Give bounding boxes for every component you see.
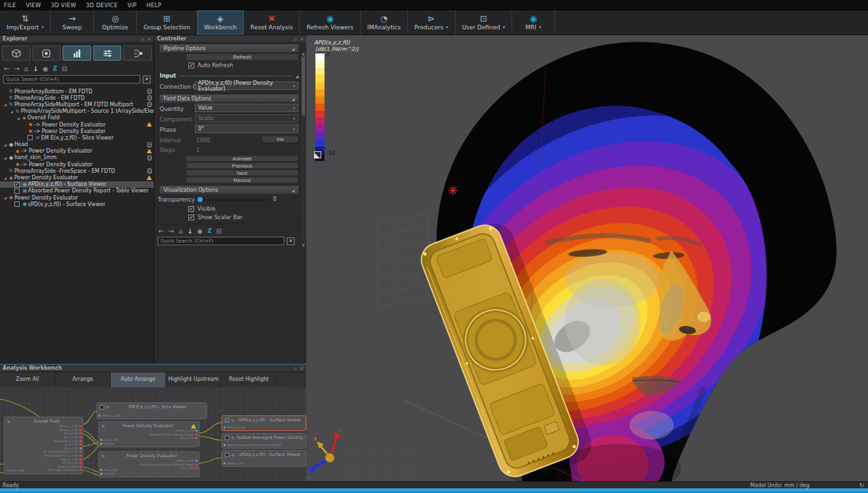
graph-node[interactable]: ↻Overall FieldEM E(x,y,z,f0)EM H(x,y,z,f… <box>4 417 83 474</box>
pin-icon[interactable]: ▫ <box>141 37 144 42</box>
animate-button[interactable]: Animate <box>186 155 298 162</box>
tree-item[interactable]: ∗-> Power Density Evaluator <box>0 161 154 168</box>
unchecked-checkbox[interactable] <box>27 135 33 140</box>
expander-icon[interactable]: ◢ <box>3 196 8 200</box>
tree-item[interactable]: ◢●hand_skin_1mm <box>0 155 154 161</box>
collapse-all-icon[interactable]: ⊟ <box>62 65 67 72</box>
show-scalar-bar-checkbox[interactable]: ✓ <box>188 215 194 220</box>
transparency-slider[interactable] <box>197 199 268 201</box>
back-icon[interactable]: ← <box>158 228 164 235</box>
toolbar-button-sweep[interactable]: ⇝Sweep <box>51 10 94 35</box>
expander-icon[interactable]: ◢ <box>3 176 8 180</box>
tree-item[interactable]: ⊕EM E(x,y,z,f0) - Slice Viewer <box>0 134 154 141</box>
controller-search-input[interactable] <box>158 237 284 245</box>
tree-item[interactable]: ✓●APD(x,y,z,f0) - Surface Viewer <box>0 181 154 188</box>
tree-item[interactable]: ↻PhoneArraySide -FreeSpace - EM FDTD <box>0 168 154 174</box>
home-icon[interactable]: ⌂ <box>24 65 28 72</box>
visualization-options-header[interactable]: Visualization Options◢ <box>160 186 298 194</box>
previous-button[interactable]: Previous <box>186 162 298 169</box>
toolbar-button-mri[interactable]: ◉MRI▾ <box>512 10 555 35</box>
workbench-button-reset-highlight[interactable]: Reset Highlight <box>222 372 277 387</box>
close-icon[interactable]: × <box>147 37 151 42</box>
node-checkbox[interactable] <box>100 405 104 410</box>
tree-item[interactable]: ◢∗Power Density Evaluator <box>0 194 154 201</box>
pin-icon[interactable]: ▫ <box>293 366 297 371</box>
menu-3d-view[interactable]: 3D VIEW <box>51 2 76 8</box>
close-icon[interactable]: × <box>300 366 304 371</box>
legend-options-icon[interactable] <box>314 151 321 158</box>
expander-icon[interactable]: ◢ <box>16 116 21 120</box>
toolbar-button-user-defined[interactable]: ⊡User Defined▾ <box>456 10 512 35</box>
tree-item[interactable]: ◢↻PhoneArraySideMultiport - EM FDTD Mult… <box>0 101 154 108</box>
expand-down-icon[interactable]: ↓ <box>33 65 38 72</box>
record-button[interactable]: Record <box>186 177 298 183</box>
sort-z-icon[interactable]: Z <box>53 65 57 72</box>
menu-vip[interactable]: ViP <box>128 2 137 8</box>
tree-item[interactable]: ▤Absorbed Power Density Report - Table V… <box>0 188 154 194</box>
node-checkbox[interactable]: ✓ <box>225 418 229 423</box>
tree-item[interactable]: ◢∗Power Density Evaluator <box>0 174 154 181</box>
refresh-button[interactable]: Refresh <box>186 53 298 61</box>
forward-icon[interactable]: → <box>168 228 173 235</box>
expander-icon[interactable]: ◢ <box>9 110 14 113</box>
auto-refresh-checkbox[interactable]: ✓ <box>188 63 194 68</box>
visibility-icon[interactable]: ◉ <box>43 65 49 72</box>
unchecked-checkbox[interactable] <box>14 202 20 207</box>
toolbar-button-producers[interactable]: ⊳Producers▾ <box>408 10 456 35</box>
toolbar-button-reset-analysis[interactable]: ✖Reset Analysis <box>244 10 300 35</box>
phase-dropdown[interactable]: 0°▾ <box>195 125 298 133</box>
menu-3d-device[interactable]: 3D DEVICE <box>86 2 118 8</box>
graph-node[interactable]: ↻sPD(x,y,z,f0) - Surface ViewersPD(x,y,z… <box>222 450 306 467</box>
close-icon[interactable]: × <box>300 37 304 42</box>
forward-icon[interactable]: → <box>14 65 19 72</box>
toolbar-button-optimize[interactable]: ◎Optimize <box>94 10 137 35</box>
explorer-search-input[interactable] <box>3 75 140 83</box>
toolbar-button-refresh-viewers[interactable]: ◉Refresh Viewers <box>300 10 360 35</box>
tree-item[interactable]: ◢↻PhoneArraySideMultiport - Source 1 (Ar… <box>0 108 154 115</box>
visible-checkbox[interactable]: ✓ <box>188 206 194 212</box>
workbench-button-highlight-upstream[interactable]: Highlight Upstream <box>166 372 222 387</box>
next-button[interactable]: Next <box>186 170 298 176</box>
tree-item[interactable]: ◢◆Overall Field <box>0 115 154 121</box>
explorer-model-tab[interactable] <box>2 46 31 61</box>
pipeline-graph-canvas[interactable]: ↻Overall FieldEM E(x,y,z,f0)EM H(x,y,z,f… <box>0 387 306 481</box>
expander-icon[interactable]: ◢ <box>3 102 8 106</box>
tree-item[interactable]: ●sPD(x,y,z,f0) - Surface Viewer <box>0 201 154 207</box>
workbench-button-arrange[interactable]: Arrange <box>55 372 111 387</box>
node-checkbox[interactable] <box>225 453 229 457</box>
menu-view[interactable]: VIEW <box>26 2 41 8</box>
workbench-button-zoom-all[interactable]: Zoom All <box>0 372 55 387</box>
chevron-down-icon[interactable]: ▾ <box>539 25 542 30</box>
tree-item[interactable]: ↻PhoneArraySide - EM FDTD <box>0 95 154 101</box>
toolbar-button-workbench[interactable]: ◈Workbench <box>197 10 244 35</box>
toolbar-button-imp-export[interactable]: ⇅Imp/Export▾ <box>0 10 51 35</box>
explorer-controller-tab[interactable] <box>93 46 122 61</box>
workbench-button-auto-arrange[interactable]: Auto Arrange <box>111 372 166 387</box>
checked-checkbox[interactable]: ✓ <box>14 182 20 187</box>
chevron-down-icon[interactable]: ▾ <box>42 25 44 30</box>
home-icon[interactable]: ⌂ <box>179 228 182 235</box>
chevron-down-icon[interactable]: ▾ <box>446 25 448 30</box>
tree-item[interactable]: ↻PhoneArrayBottom - EM FDTD <box>0 88 154 95</box>
expand-down-icon[interactable]: ↓ <box>187 228 192 235</box>
pipeline-options-header[interactable]: Pipeline Options◢ <box>160 44 298 52</box>
menu-help[interactable]: HELP <box>147 2 162 8</box>
sort-z-icon[interactable]: Z <box>207 228 212 235</box>
toolbar-button-imanalytics[interactable]: ◔IMAnalytics <box>361 10 408 35</box>
back-icon[interactable]: ← <box>4 65 9 72</box>
graph-node[interactable]: ↻Power Density EvaluatorsPD(x,y,z,f0)Spa… <box>98 451 199 477</box>
transparency-slider-thumb[interactable] <box>197 197 203 202</box>
3d-viewport[interactable]: z y x APD(x,y,z,f0) [dB(1.9W/m^2)] 0 -50 <box>306 35 868 481</box>
expander-icon[interactable]: ◢ <box>3 156 8 160</box>
pin-icon[interactable]: ▫ <box>293 37 297 42</box>
interval-unit-button[interactable]: ms <box>262 136 298 143</box>
connection-dropdown[interactable]: APD(x,y,z,f0) [Power Density Evaluator]▾ <box>195 82 298 90</box>
collapse-all-icon[interactable]: ⊟ <box>216 228 222 235</box>
visibility-icon[interactable]: ◉ <box>197 228 203 235</box>
clear-search-icon[interactable]: ✕ <box>143 76 151 83</box>
expander-icon[interactable]: ◢ <box>3 143 8 147</box>
chevron-down-icon[interactable]: ▾ <box>502 25 505 30</box>
explorer-analysis-tab[interactable] <box>63 46 91 61</box>
explorer-simulation-tab[interactable] <box>33 46 61 61</box>
toolbar-button-group-selection[interactable]: ⊞Group Selection <box>137 10 197 35</box>
